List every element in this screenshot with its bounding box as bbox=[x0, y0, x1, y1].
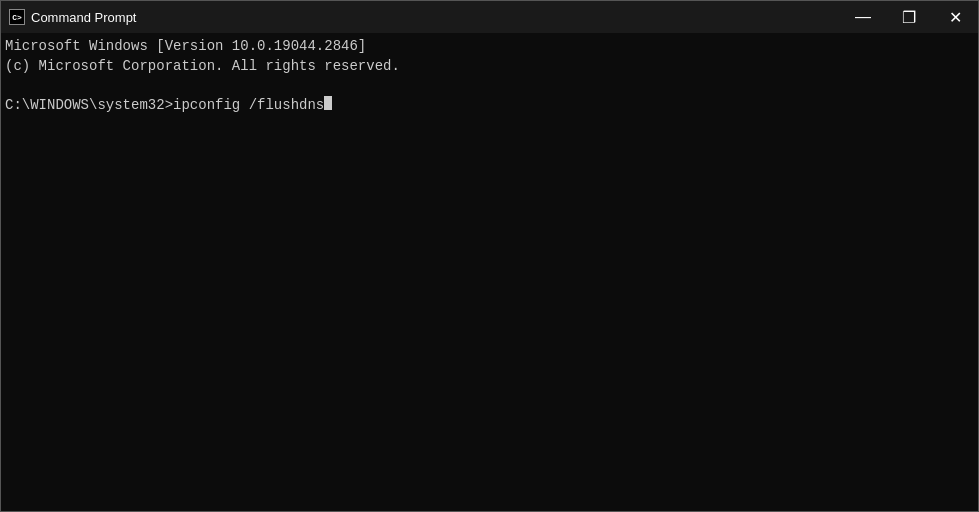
blank-line bbox=[5, 76, 974, 96]
command-prompt-window: C> Command Prompt — ❐ ✕ Microsoft Window… bbox=[0, 0, 979, 512]
close-button[interactable]: ✕ bbox=[932, 1, 978, 33]
maximize-button[interactable]: ❐ bbox=[886, 1, 932, 33]
cursor bbox=[324, 96, 332, 110]
terminal-content: Microsoft Windows [Version 10.0.19044.28… bbox=[5, 37, 974, 115]
cmd-icon-graphic: C> bbox=[9, 9, 25, 25]
command-line: C:\WINDOWS\system32>ipconfig /flushdns bbox=[5, 96, 974, 116]
cmd-icon: C> bbox=[9, 9, 25, 25]
window-title: Command Prompt bbox=[31, 10, 136, 25]
terminal-body[interactable]: Microsoft Windows [Version 10.0.19044.28… bbox=[1, 33, 978, 511]
command-text: ipconfig /flushdns bbox=[173, 96, 324, 116]
copyright-line: (c) Microsoft Corporation. All rights re… bbox=[5, 57, 974, 77]
minimize-button[interactable]: — bbox=[840, 1, 886, 33]
title-bar-controls: — ❐ ✕ bbox=[840, 1, 978, 33]
version-line: Microsoft Windows [Version 10.0.19044.28… bbox=[5, 37, 974, 57]
prompt-text: C:\WINDOWS\system32> bbox=[5, 96, 173, 116]
title-bar: C> Command Prompt — ❐ ✕ bbox=[1, 1, 978, 33]
title-bar-left: C> Command Prompt bbox=[9, 9, 136, 25]
